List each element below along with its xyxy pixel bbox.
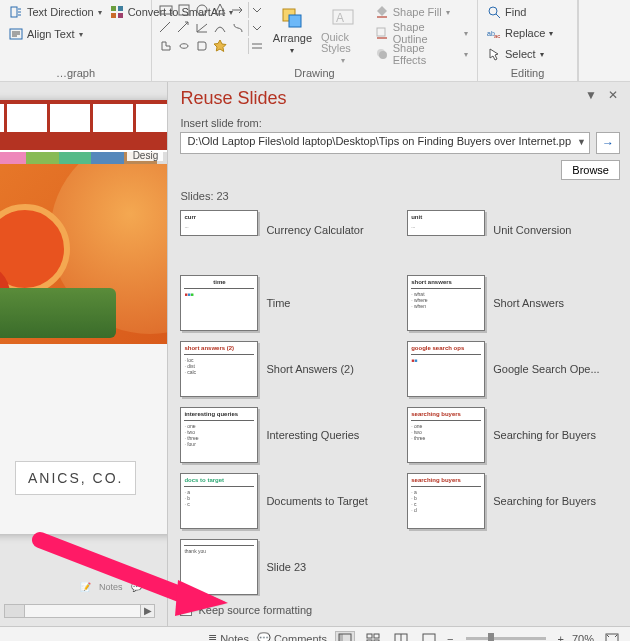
svg-rect-15 bbox=[377, 37, 387, 39]
slide-item[interactable]: curr... Currency Calculator bbox=[180, 206, 393, 236]
svg-rect-22 bbox=[339, 634, 343, 642]
ribbon-group-label-paragraph: …graph bbox=[0, 67, 151, 79]
align-text-label: Align Text bbox=[27, 28, 75, 40]
scrollbar-right-arrow[interactable]: ▶ bbox=[140, 605, 154, 617]
shape-effects-icon bbox=[375, 47, 389, 61]
select-icon bbox=[487, 47, 501, 61]
svg-rect-13 bbox=[377, 16, 387, 18]
pane-options-button[interactable]: ▼ bbox=[584, 88, 598, 102]
select-button[interactable]: Select ▾ bbox=[484, 44, 571, 64]
shape-fill-label: Shape Fill bbox=[393, 6, 442, 18]
fit-to-window-button[interactable] bbox=[602, 631, 622, 642]
replace-icon: abac bbox=[487, 26, 501, 40]
comments-button[interactable]: 💬 Comments bbox=[257, 632, 327, 641]
ribbon-group-label-drawing: Drawing bbox=[152, 67, 477, 79]
comments-icon: 💬 bbox=[257, 632, 271, 641]
zoom-out-button[interactable]: − bbox=[447, 633, 453, 642]
slides-count-label: Slides: 23 bbox=[180, 190, 620, 202]
file-path-value: D:\Old Laptop Files\old laptop\Desktop\T… bbox=[187, 135, 571, 147]
slide-item[interactable]: google search ops■■ Google Search Ope... bbox=[407, 338, 620, 400]
slide-item[interactable]: time■■■ Time bbox=[180, 272, 393, 334]
normal-view-button[interactable] bbox=[335, 631, 355, 642]
slide-title-overlay: ANICS, CO. bbox=[16, 462, 135, 494]
svg-rect-4 bbox=[111, 13, 116, 18]
sorter-view-button[interactable] bbox=[363, 631, 383, 642]
find-icon bbox=[487, 5, 501, 19]
svg-text:ac: ac bbox=[494, 33, 500, 39]
text-direction-label: Text Direction bbox=[27, 6, 94, 18]
svg-rect-6 bbox=[160, 6, 172, 14]
svg-rect-23 bbox=[367, 634, 372, 638]
zoom-slider[interactable] bbox=[466, 637, 546, 640]
svg-point-17 bbox=[379, 51, 387, 59]
svg-point-8 bbox=[197, 5, 207, 15]
arrange-icon bbox=[280, 6, 304, 30]
select-label: Select bbox=[505, 48, 536, 60]
svg-rect-2 bbox=[111, 6, 116, 11]
replace-label: Replace bbox=[505, 27, 545, 39]
smartart-icon bbox=[110, 5, 124, 19]
insert-from-label: Insert slide from: bbox=[180, 117, 620, 129]
keep-source-label: Keep source formatting bbox=[198, 604, 312, 616]
slide-item[interactable]: interesting queries· one· two· three· fo… bbox=[180, 404, 393, 466]
svg-text:A: A bbox=[336, 11, 344, 25]
slide-item[interactable]: searching buyers· a· b· c· d Searching f… bbox=[407, 470, 620, 532]
ribbon-group-paragraph: Text Direction ▾ Align Text ▾ Convert to… bbox=[0, 0, 152, 81]
slide-item[interactable]: short answers (2)· loc· dist· calc Short… bbox=[180, 338, 393, 400]
reuse-slides-pane: Reuse Slides ▼ ✕ Insert slide from: D:\O… bbox=[167, 82, 630, 626]
slide-item[interactable]: docs to target· a· b· c Documents to Tar… bbox=[180, 470, 393, 532]
chevron-down-icon[interactable]: ▼ bbox=[577, 137, 586, 147]
status-bar: ≣ Notes 💬 Comments − + 70% bbox=[0, 626, 630, 641]
align-text-button[interactable]: Align Text ▾ bbox=[6, 24, 105, 44]
pane-title: Reuse Slides bbox=[180, 88, 286, 109]
main-area: Desig ANICS, CO. 📝Notes 💬Comments ▶ Reus… bbox=[0, 82, 630, 626]
slide-editor-area: Desig ANICS, CO. 📝Notes 💬Comments ▶ bbox=[0, 82, 167, 626]
horizontal-scrollbar[interactable]: ▶ bbox=[4, 604, 155, 618]
shape-fill-icon bbox=[375, 5, 389, 19]
shape-effects-label: Shape Effects bbox=[393, 42, 460, 66]
text-direction-button[interactable]: Text Direction ▾ bbox=[6, 2, 105, 22]
keep-source-formatting-row[interactable]: Keep source formatting bbox=[180, 604, 620, 622]
replace-button[interactable]: abac Replace ▾ bbox=[484, 23, 571, 43]
quick-styles-button[interactable]: A Quick Styles ▾ bbox=[321, 2, 366, 64]
keep-source-checkbox[interactable] bbox=[180, 604, 192, 616]
slides-grid: curr... Currency Calculator unit... Unit… bbox=[180, 206, 620, 596]
text-direction-icon bbox=[9, 5, 23, 19]
ribbon: Text Direction ▾ Align Text ▾ Convert to… bbox=[0, 0, 630, 82]
ribbon-group-drawing: Arrange ▾ A Quick Styles ▾ Shape Fill ▾ … bbox=[152, 0, 478, 81]
zoom-in-button[interactable]: + bbox=[558, 633, 564, 642]
svg-rect-10 bbox=[289, 15, 301, 27]
browse-button[interactable]: Browse bbox=[561, 160, 620, 180]
arrange-button[interactable]: Arrange ▾ bbox=[270, 2, 315, 64]
go-button[interactable]: → bbox=[596, 132, 620, 154]
notes-button[interactable]: ≣ Notes bbox=[208, 632, 249, 641]
design-ideas-tag: Desig bbox=[127, 150, 163, 161]
svg-rect-0 bbox=[11, 7, 17, 17]
svg-point-18 bbox=[489, 7, 497, 15]
find-label: Find bbox=[505, 6, 526, 18]
slide-item[interactable]: unit... Unit Conversion bbox=[407, 206, 620, 236]
shape-effects-button[interactable]: Shape Effects ▾ bbox=[372, 44, 471, 64]
align-text-icon bbox=[9, 27, 23, 41]
svg-rect-7 bbox=[179, 5, 189, 15]
shape-fill-button[interactable]: Shape Fill ▾ bbox=[372, 2, 471, 22]
svg-rect-5 bbox=[118, 13, 123, 18]
find-button[interactable]: Find bbox=[484, 2, 571, 22]
slide-item[interactable]: short answers· what· where· when Short A… bbox=[407, 272, 620, 334]
zoom-level-label: 70% bbox=[572, 633, 594, 642]
file-path-input[interactable]: D:\Old Laptop Files\old laptop\Desktop\T… bbox=[180, 132, 590, 154]
slide-item[interactable]: searching buyers· one· two· three Search… bbox=[407, 404, 620, 466]
svg-rect-28 bbox=[423, 634, 435, 642]
scrollbar-thumb[interactable] bbox=[5, 605, 25, 617]
mini-status-bar: 📝Notes 💬Comments bbox=[80, 582, 167, 592]
pane-close-button[interactable]: ✕ bbox=[606, 88, 620, 102]
mini-notes-icon: 📝 bbox=[80, 582, 91, 592]
shape-gallery[interactable] bbox=[158, 2, 264, 64]
slideshow-button[interactable] bbox=[419, 631, 439, 642]
slide-item[interactable]: thank you Slide 23 bbox=[180, 536, 393, 596]
reading-view-button[interactable] bbox=[391, 631, 411, 642]
shape-outline-button[interactable]: Shape Outline ▾ bbox=[372, 23, 471, 43]
quick-styles-icon: A bbox=[331, 6, 355, 30]
notes-icon: ≣ bbox=[208, 632, 217, 641]
arrange-label: Arrange bbox=[273, 32, 312, 44]
